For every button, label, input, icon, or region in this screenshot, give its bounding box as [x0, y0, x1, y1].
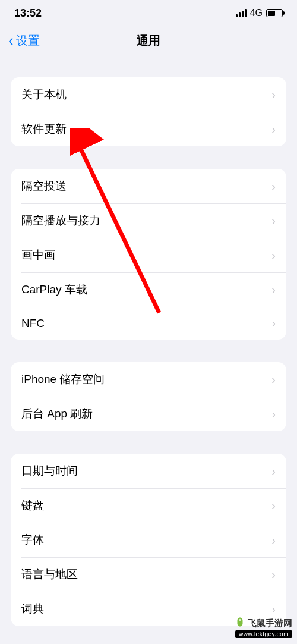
row-background-refresh[interactable]: 后台 App 刷新 ›	[11, 397, 286, 431]
chevron-right-icon: ›	[271, 407, 276, 421]
status-right: 4G	[236, 8, 283, 18]
chevron-right-icon: ›	[271, 180, 276, 193]
chevron-right-icon: ›	[271, 602, 276, 616]
chevron-right-icon: ›	[271, 568, 276, 582]
watermark: 飞鼠手游网 www.lektgey.com	[235, 617, 292, 638]
chevron-right-icon: ›	[271, 214, 276, 228]
row-label: 隔空投送	[21, 178, 67, 194]
row-label: 日期与时间	[21, 463, 78, 479]
page-title: 通用	[137, 33, 160, 49]
chevron-right-icon: ›	[271, 316, 276, 330]
row-about[interactable]: 关于本机 ›	[11, 77, 286, 112]
chevron-left-icon: ‹	[8, 33, 14, 48]
chevron-right-icon: ›	[271, 249, 276, 262]
watermark-brand: 飞鼠手游网	[235, 617, 292, 630]
chevron-right-icon: ›	[271, 464, 276, 478]
row-label: NFC	[21, 317, 45, 330]
row-fonts[interactable]: 字体 ›	[11, 523, 286, 557]
content: 关于本机 › 软件更新 › 隔空投送 › 隔空播放与接力 › 画中画 › Car…	[0, 77, 297, 626]
network-label: 4G	[250, 8, 263, 18]
back-button[interactable]: ‹ 设置	[8, 33, 40, 49]
row-nfc[interactable]: NFC ›	[11, 307, 286, 340]
battery-icon	[266, 9, 283, 17]
settings-group-connectivity: 隔空投送 › 隔空播放与接力 › 画中画 › CarPlay 车载 › NFC …	[11, 169, 286, 340]
row-carplay[interactable]: CarPlay 车载 ›	[11, 272, 286, 307]
cellular-signal-icon	[236, 9, 247, 17]
row-airplay-handoff[interactable]: 隔空播放与接力 ›	[11, 203, 286, 238]
row-label: 后台 App 刷新	[21, 406, 93, 422]
watermark-brand-text: 飞鼠手游网	[248, 618, 292, 629]
row-label: 语言与地区	[21, 567, 78, 582]
row-label: 隔空播放与接力	[21, 213, 100, 228]
mouse-icon	[235, 617, 245, 630]
back-label: 设置	[16, 33, 40, 49]
chevron-right-icon: ›	[271, 88, 276, 102]
chevron-right-icon: ›	[271, 283, 276, 297]
row-label: 关于本机	[21, 87, 67, 102]
row-language-region[interactable]: 语言与地区 ›	[11, 557, 286, 592]
row-label: 画中画	[21, 247, 55, 263]
row-label: 键盘	[21, 498, 44, 513]
settings-group-storage: iPhone 储存空间 › 后台 App 刷新 ›	[11, 362, 286, 431]
watermark-url: www.lektgey.com	[235, 630, 292, 638]
row-airdrop[interactable]: 隔空投送 ›	[11, 169, 286, 203]
settings-group-system: 日期与时间 › 键盘 › 字体 › 语言与地区 › 词典 ›	[11, 454, 286, 626]
chevron-right-icon: ›	[271, 499, 276, 513]
row-label: CarPlay 车载	[21, 282, 87, 297]
row-date-time[interactable]: 日期与时间 ›	[11, 454, 286, 488]
row-picture-in-picture[interactable]: 画中画 ›	[11, 238, 286, 272]
status-bar: 13:52 4G	[0, 0, 297, 26]
row-label: 字体	[21, 532, 44, 548]
chevron-right-icon: ›	[271, 373, 276, 387]
row-label: iPhone 储存空间	[21, 372, 105, 387]
row-keyboard[interactable]: 键盘 ›	[11, 488, 286, 523]
row-software-update[interactable]: 软件更新 ›	[11, 112, 286, 146]
settings-group-about: 关于本机 › 软件更新 ›	[11, 77, 286, 146]
status-time: 13:52	[14, 7, 42, 20]
nav-header: ‹ 设置 通用	[0, 26, 297, 55]
row-label: 软件更新	[21, 121, 67, 137]
chevron-right-icon: ›	[271, 533, 276, 547]
row-iphone-storage[interactable]: iPhone 储存空间 ›	[11, 362, 286, 397]
chevron-right-icon: ›	[271, 122, 276, 136]
row-label: 词典	[21, 601, 44, 617]
